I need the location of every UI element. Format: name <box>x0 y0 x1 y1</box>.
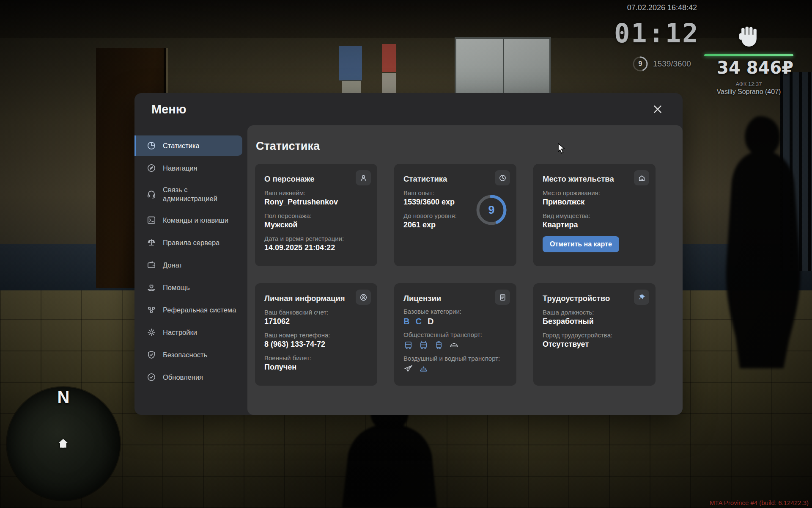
referral-icon <box>146 305 156 315</box>
field-label: Общественный транспорт: <box>403 331 507 338</box>
shield-icon <box>146 350 156 360</box>
field-value: 2061 exp <box>403 221 475 229</box>
license-card-icon <box>495 290 510 305</box>
sidebar-item-commands-keys[interactable]: Команды и клавиши <box>134 210 242 230</box>
heart-hands-icon <box>146 282 156 293</box>
field-value: Мужской <box>264 221 368 229</box>
sidebar-item-statistics[interactable]: Статистика <box>134 135 242 156</box>
license-category: D <box>428 317 433 326</box>
clock-icon <box>495 170 510 185</box>
tram-icon <box>434 340 444 350</box>
public-transport-licenses <box>403 340 507 350</box>
field-label: До нового уровня: <box>403 212 475 219</box>
card-character: О персонаже Ваш никнейм:Rony_Petrushenko… <box>255 164 377 266</box>
field-label: Ваш опыт: <box>403 189 475 196</box>
card-licenses: Лицензии Базовые категории: B C D Общест… <box>394 283 516 386</box>
scales-icon <box>146 237 156 248</box>
taxi-icon <box>449 340 459 350</box>
close-button[interactable] <box>651 103 664 116</box>
person-icon <box>356 170 371 185</box>
menu-window: Меню Статистика Навигация Связь с админи… <box>134 93 683 415</box>
pushpin-icon <box>634 290 649 305</box>
field-value: 14.09.2025 21:04:22 <box>264 243 368 252</box>
sidebar-item-security[interactable]: Безопасность <box>134 345 242 365</box>
card-title: Трудоустройство <box>543 291 646 303</box>
field-label: Город трудоустройства: <box>543 331 646 339</box>
card-title: Статистика <box>403 172 507 184</box>
air-water-licenses <box>403 364 507 374</box>
home-icon <box>634 170 649 185</box>
sidebar-item-label: Настройки <box>163 328 197 337</box>
field-value: Приволжск <box>543 198 646 207</box>
card-personal: Личная информация Ваш банковский счет:17… <box>255 283 377 386</box>
trolleybus-icon <box>419 340 428 350</box>
field-value: 1539/3600 exp <box>403 198 475 207</box>
field-label: Военный билет: <box>264 354 368 362</box>
ship-icon <box>419 364 428 374</box>
field-value: Отсутствует <box>543 340 646 349</box>
card-title: Личная информация <box>264 291 368 303</box>
field-label: Дата и время регистрации: <box>264 235 368 242</box>
plane-icon <box>403 364 413 374</box>
sidebar-item-server-rules[interactable]: Правила сервера <box>134 232 242 253</box>
menu-header: Меню <box>134 93 683 125</box>
card-title: Место жительства <box>543 172 646 184</box>
license-category: C <box>415 317 421 326</box>
content-panel: Статистика О персонаже Ваш никнейм:Rony_… <box>247 125 683 415</box>
field-label: Базовые категории: <box>403 308 507 315</box>
field-label: Место проживания: <box>543 189 646 196</box>
field-value: Квартира <box>543 221 646 229</box>
field-value: Получен <box>264 363 368 372</box>
sidebar-item-label: Помощь <box>163 283 190 292</box>
wallet-icon <box>146 260 156 270</box>
field-label: Ваш банковский счет: <box>264 309 368 316</box>
page-title: Статистика <box>256 140 674 153</box>
sidebar-item-label: Команды и клавиши <box>163 216 228 225</box>
field-label: Ваш никнейм: <box>264 189 368 196</box>
sidebar-item-label: Реферальная система <box>163 306 236 315</box>
field-value: Rony_Petrushenkov <box>264 198 368 207</box>
bus-icon <box>403 340 413 350</box>
update-check-icon <box>146 372 156 382</box>
sidebar-item-navigation[interactable]: Навигация <box>134 158 242 178</box>
field-value: Безработный <box>543 317 646 326</box>
license-category: B <box>403 317 409 326</box>
mark-on-map-button[interactable]: Отметить на карте <box>543 236 619 252</box>
field-value: 8 (963) 133-74-72 <box>264 340 368 349</box>
sidebar-item-settings[interactable]: Настройки <box>134 322 242 342</box>
pie-chart-icon <box>146 141 156 151</box>
sidebar-item-label: Навигация <box>163 164 198 173</box>
headset-icon <box>146 189 156 199</box>
field-label: Ваша должность: <box>543 309 646 316</box>
terminal-icon <box>146 215 156 225</box>
sidebar-item-help[interactable]: Помощь <box>134 277 242 298</box>
sidebar-item-updates[interactable]: Обновления <box>134 367 242 387</box>
sidebar-item-admin-contact[interactable]: Связь с администрацией <box>134 180 242 208</box>
card-residence: Место жительства Место проживания:Привол… <box>533 164 656 266</box>
sidebar: Статистика Навигация Связь с администрац… <box>134 135 247 410</box>
sidebar-item-label: Правила сервера <box>163 238 219 247</box>
menu-title: Меню <box>151 102 187 116</box>
field-label: Ваш номер телефона: <box>264 331 368 339</box>
sidebar-item-label: Статистика <box>163 141 200 150</box>
card-title: О персонаже <box>264 172 368 184</box>
sidebar-item-referral-system[interactable]: Реферальная система <box>134 300 242 320</box>
gear-icon <box>146 327 156 337</box>
sidebar-item-label: Донат <box>163 261 182 270</box>
sidebar-item-label: Безопасность <box>163 351 207 359</box>
level-number: 9 <box>474 193 509 227</box>
close-icon <box>652 104 663 115</box>
sidebar-item-label: Связь с администрацией <box>163 185 237 203</box>
field-label: Пол персонажа: <box>264 212 368 219</box>
cards-grid: О персонаже Ваш никнейм:Rony_Petrushenko… <box>255 164 674 386</box>
sidebar-item-donate[interactable]: Донат <box>134 255 242 275</box>
card-title: Лицензии <box>403 291 507 303</box>
license-categories: B C D <box>403 317 507 326</box>
sidebar-item-label: Обновления <box>163 373 203 382</box>
field-value: 171062 <box>264 317 368 326</box>
field-label: Вид имущества: <box>543 212 646 219</box>
person-circle-icon <box>356 290 371 305</box>
exp-progress-ring: 9 <box>474 193 509 227</box>
field-label: Воздушный и водный транспорт: <box>403 355 507 362</box>
card-employment: Трудоустройство Ваша должность:Безработн… <box>533 283 656 386</box>
